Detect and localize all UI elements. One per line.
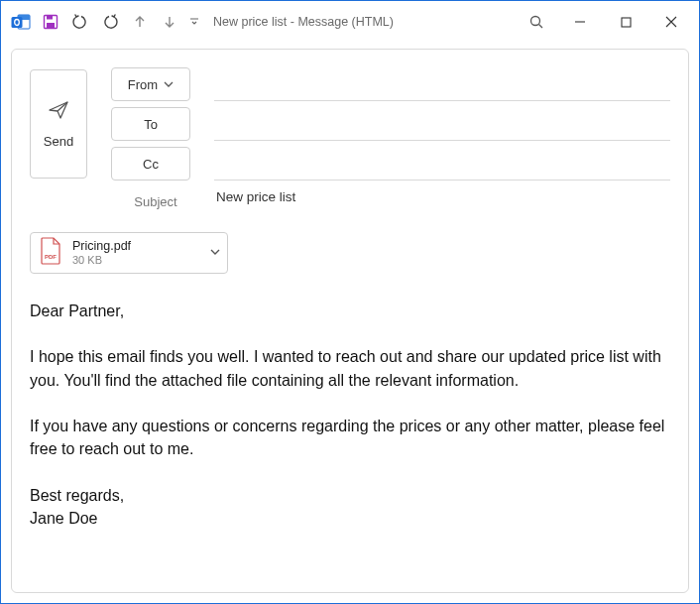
title-bar: New price list - Message (HTML)	[1, 1, 699, 43]
svg-rect-5	[47, 16, 53, 20]
from-label: From	[128, 77, 158, 92]
attachment-name: Pricing.pdf	[72, 239, 199, 253]
send-button[interactable]: Send	[30, 69, 87, 179]
close-button[interactable]	[649, 7, 693, 37]
svg-rect-2	[12, 17, 23, 28]
cc-field[interactable]	[214, 147, 670, 181]
svg-text:PDF: PDF	[45, 254, 57, 260]
move-down-button[interactable]	[156, 8, 183, 36]
subject-field[interactable]: New price list	[214, 186, 670, 216]
attachment-info: Pricing.pdf 30 KB	[72, 239, 199, 266]
to-field[interactable]	[214, 107, 670, 141]
attachment-size: 30 KB	[72, 254, 199, 267]
search-button[interactable]	[517, 8, 556, 36]
customize-toolbar-button[interactable]	[185, 8, 203, 36]
cc-button[interactable]: Cc	[111, 147, 190, 181]
window-title: New price list - Message (HTML)	[213, 15, 394, 29]
svg-rect-6	[47, 23, 55, 29]
cc-label: Cc	[143, 157, 159, 172]
send-label: Send	[44, 134, 73, 149]
svg-point-7	[531, 17, 540, 26]
from-button[interactable]: From	[111, 67, 190, 101]
undo-button[interactable]	[66, 8, 94, 36]
send-icon	[48, 99, 69, 124]
compose-header: Send From To Cc Subject New price list	[30, 67, 670, 216]
compose-window: Send From To Cc Subject New price list P…	[11, 49, 689, 593]
to-label: To	[144, 117, 158, 132]
chevron-down-icon[interactable]	[209, 244, 221, 262]
message-body[interactable]: Dear Partner, I hope this email finds yo…	[30, 300, 670, 530]
outlook-app-icon	[7, 8, 35, 36]
chevron-down-icon	[164, 77, 174, 92]
svg-rect-8	[622, 18, 631, 27]
redo-button[interactable]	[96, 8, 124, 36]
move-up-button[interactable]	[126, 8, 154, 36]
pdf-file-icon: PDF	[39, 237, 62, 269]
minimize-button[interactable]	[558, 7, 602, 37]
subject-label: Subject	[111, 194, 200, 209]
to-button[interactable]: To	[111, 107, 190, 141]
maximize-button[interactable]	[604, 7, 647, 37]
attachment-chip[interactable]: PDF Pricing.pdf 30 KB	[30, 232, 228, 274]
save-button[interactable]	[37, 8, 64, 36]
from-field[interactable]	[214, 67, 670, 101]
